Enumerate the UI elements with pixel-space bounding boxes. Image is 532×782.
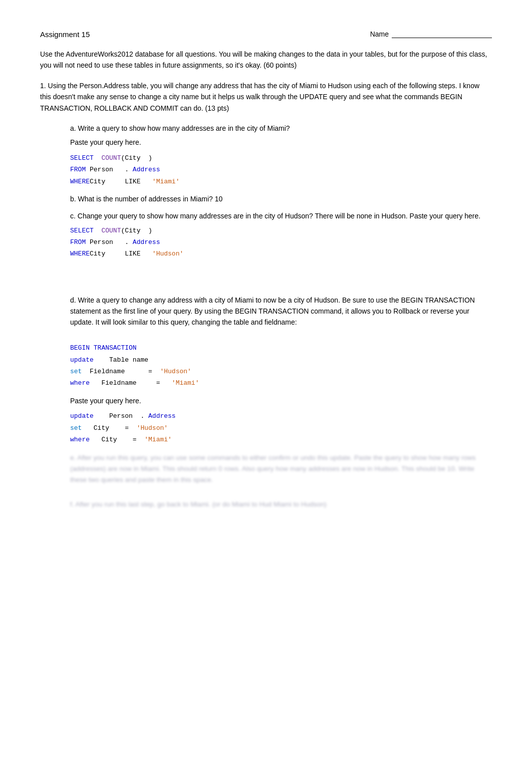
kw-count-c: COUNT bbox=[101, 227, 121, 234]
string-miami-a: 'Miami' bbox=[152, 178, 180, 185]
kw-where-a: WHERE bbox=[70, 178, 90, 185]
sub-c-label: c. bbox=[70, 212, 78, 220]
kw-select: SELECT bbox=[70, 154, 94, 162]
kw-from: FROM bbox=[70, 166, 86, 173]
sub-d-template-line-1: BEGIN TRANSACTION bbox=[70, 342, 492, 354]
name-underline bbox=[392, 30, 492, 38]
string-hudson-c: 'Hudson' bbox=[152, 250, 183, 257]
sub-question-b: b. What is the number of addresses in Mi… bbox=[70, 193, 492, 204]
intro-paragraph: Use the AdventureWorks2012 database for … bbox=[40, 49, 492, 71]
kw-update-t: update bbox=[70, 356, 94, 364]
sub-question-a: a. Write a query to show how many addres… bbox=[70, 123, 492, 187]
sub-d-label: d. bbox=[70, 296, 78, 304]
string-hudson-t: 'Hudson' bbox=[160, 368, 191, 375]
kw-address-c: Address bbox=[133, 238, 160, 246]
kw-set-t: set bbox=[70, 368, 82, 375]
question-1: 1. Using the Person.Address table, you w… bbox=[40, 80, 492, 114]
string-miami-d: 'Miami' bbox=[144, 436, 172, 443]
sub-d-question: d. Write a query to change any address w… bbox=[70, 295, 492, 328]
q1-label: 1. bbox=[40, 82, 48, 90]
sub-d-template-line-2: update Table name bbox=[70, 354, 492, 366]
sub-a-paste-note: Paste your query here. bbox=[70, 137, 492, 148]
sub-d-answer-code: update Person . Address set City = 'Huds… bbox=[70, 410, 492, 445]
assignment-title: Assignment 15 bbox=[40, 30, 90, 39]
sub-c-code: SELECT COUNT(City ) FROM Person . Addres… bbox=[70, 225, 492, 260]
sub-c-question: c. Change your query to show how many ad… bbox=[70, 210, 492, 221]
sub-a-code: SELECT COUNT(City ) FROM Person . Addres… bbox=[70, 152, 492, 187]
kw-select-c: SELECT bbox=[70, 227, 94, 234]
code-line-1: SELECT COUNT(City ) bbox=[70, 152, 492, 164]
kw-set-a: set bbox=[70, 424, 82, 432]
sub-a-question: a. Write a query to show how many addres… bbox=[70, 123, 492, 134]
sub-d-template-code: BEGIN TRANSACTION update Table name set … bbox=[70, 342, 492, 389]
kw-begin-transaction: BEGIN TRANSACTION bbox=[70, 344, 137, 352]
kw-address-a: Address bbox=[133, 166, 160, 173]
sub-d-answer-line-2: set City = 'Hudson' bbox=[70, 422, 492, 434]
kw-where-c: WHERE bbox=[70, 250, 90, 257]
sub-d-template-line-4: where Fieldname = 'Miami' bbox=[70, 377, 492, 389]
sub-b-label: b. bbox=[70, 195, 78, 203]
string-miami-t: 'Miami' bbox=[172, 379, 199, 387]
code-line-3: WHERECity LIKE 'Miami' bbox=[70, 176, 492, 187]
sub-question-d: d. Write a query to change any address w… bbox=[70, 295, 492, 446]
name-field: Name bbox=[370, 30, 492, 38]
sub-a-label: a. bbox=[70, 124, 78, 132]
name-label: Name bbox=[370, 30, 389, 38]
blurred-line-1: e. After you run this query, you can use… bbox=[70, 452, 492, 485]
sub-d-paste-note: Paste your query here. bbox=[70, 395, 492, 406]
sub-c-line-3: WHERECity LIKE 'Hudson' bbox=[70, 248, 492, 259]
header: Assignment 15 Name bbox=[40, 30, 492, 39]
sub-d-template-line-3: set Fieldname = 'Hudson' bbox=[70, 366, 492, 377]
kw-where-d: where bbox=[70, 436, 90, 443]
kw-where-t: where bbox=[70, 379, 90, 387]
blurred-line-2: f. After you run this last step, go back… bbox=[70, 499, 492, 510]
string-hudson-a: 'Hudson' bbox=[137, 424, 168, 432]
code-line-2: FROM Person . Address bbox=[70, 164, 492, 175]
blurred-section: e. After you run this query, you can use… bbox=[70, 452, 492, 509]
sub-c-line-2: FROM Person . Address bbox=[70, 236, 492, 248]
sub-d-answer-line-1: update Person . Address bbox=[70, 410, 492, 422]
sub-question-c: c. Change your query to show how many ad… bbox=[70, 210, 492, 288]
sub-d-answer-line-3: where City = 'Miami' bbox=[70, 434, 492, 445]
sub-b-question: b. What is the number of addresses in Mi… bbox=[70, 193, 492, 204]
kw-update-a: update bbox=[70, 412, 94, 420]
sub-c-line-1: SELECT COUNT(City ) bbox=[70, 225, 492, 236]
kw-from-c: FROM bbox=[70, 238, 86, 246]
kw-count: COUNT bbox=[101, 154, 121, 162]
kw-address-d: Address bbox=[148, 412, 176, 420]
q1-text: Using the Person.Address table, you will… bbox=[40, 82, 479, 112]
